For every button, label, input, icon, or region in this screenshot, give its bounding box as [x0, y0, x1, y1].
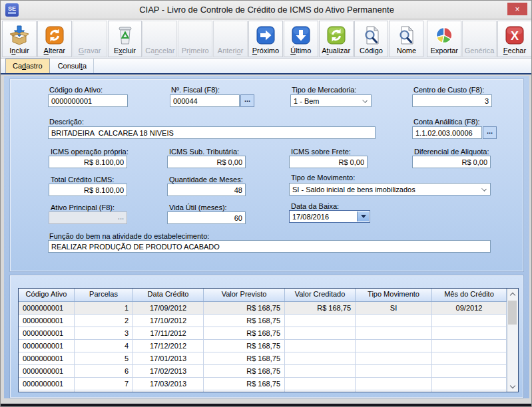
- grid-column-header[interactable]: Tipo Movimento: [356, 289, 432, 301]
- grid-column-header[interactable]: Parcelas: [75, 289, 133, 301]
- grid-cell: 4: [75, 340, 133, 352]
- tipo-mercadoria-label: Tipo de Mercadoria:: [292, 86, 356, 94]
- tipo-mercadoria-select[interactable]: 1 - Bem: [290, 94, 372, 107]
- toolbar-button-proximo[interactable]: Próximo: [248, 21, 283, 57]
- grid-cell: R$ 168,75: [204, 365, 285, 377]
- qtd-meses-input[interactable]: [167, 184, 246, 196]
- grid-cell: R$ 168,75: [204, 327, 285, 339]
- title-bar: SE CIAP - Livro de Controle de Crédito d…: [1, 1, 532, 19]
- descricao-input[interactable]: [48, 126, 376, 139]
- toolbar-button-gravar: Gravar: [73, 21, 107, 57]
- toolbar-button-label: Alterar: [44, 47, 65, 55]
- toolbar-button-label: Anterior: [218, 47, 244, 55]
- toolbar-button-exportar[interactable]: Exportar: [427, 21, 461, 57]
- grid-cell: [285, 365, 356, 377]
- toolbar-button-ultimo[interactable]: Último: [284, 21, 318, 57]
- centro-custo-input[interactable]: [412, 94, 492, 107]
- tab-cadastro[interactable]: Cadastro: [5, 59, 50, 73]
- dif-aliquota-label: Diferencial de Aliquota:: [414, 148, 489, 156]
- grid-cell: [285, 352, 356, 364]
- tipo-movimento-select[interactable]: SI - Saldo inicial de bens imobilizados: [289, 183, 491, 196]
- scroll-down-arrow-icon[interactable]: [507, 381, 518, 392]
- grid-row[interactable]: 0000000001617/02/2013R$ 168,75: [19, 365, 507, 378]
- grid-cell: 17/02/2013: [133, 365, 204, 377]
- scroll-up-arrow-icon[interactable]: [507, 289, 518, 299]
- toolbar-button-label: Atualizar: [322, 47, 350, 55]
- scrollbar-thumb[interactable]: [508, 301, 517, 325]
- grid-row[interactable]: 0000000001817/04/2013R$ 168,75: [19, 390, 507, 392]
- data-baixa-picker[interactable]: 17/08/2016: [289, 210, 370, 223]
- num-fiscal-browse-button[interactable]: ...: [240, 94, 254, 107]
- toolbar-button-codigo[interactable]: Código: [354, 21, 389, 57]
- grid-cell: [432, 378, 507, 390]
- toolbar-button-incluir[interactable]: Incluir: [2, 21, 37, 57]
- dif-aliquota-input[interactable]: [412, 156, 491, 168]
- tipo-mercadoria-value: 1 - Bem: [294, 97, 320, 105]
- grid-column-header[interactable]: Valor Previsto: [204, 289, 285, 301]
- codigo-ativo-input[interactable]: [48, 94, 128, 107]
- toolbar-button-excluir[interactable]: Excluir: [108, 21, 142, 57]
- toolbar-button-label: Incluir: [9, 47, 29, 55]
- grid-groupbox: Código AtivoParcelasData CréditoValor Pr…: [10, 275, 523, 398]
- arrow-down-blue-icon: [290, 24, 312, 47]
- grid-cell: SI: [356, 302, 432, 314]
- grid-cell: 2: [75, 315, 133, 327]
- icms-st-input[interactable]: [167, 156, 246, 168]
- icms-op-input[interactable]: [49, 156, 127, 168]
- credit-grid: Código AtivoParcelasData CréditoValor Pr…: [18, 288, 519, 392]
- toolbar-button-label: Nome: [397, 47, 416, 55]
- toolbar-button-anterior: Anterior: [213, 21, 248, 57]
- icms-st-label: ICMS Sub. Tributária:: [169, 148, 239, 156]
- toolbar-button-nome[interactable]: Nome: [389, 21, 423, 57]
- icms-frete-label: ICMS sobre Frete:: [291, 148, 351, 156]
- toolbar-button-alterar[interactable]: Alterar: [37, 21, 72, 57]
- grid-column-header[interactable]: Código Ativo: [19, 289, 75, 301]
- grid-cell: 09/2012: [432, 302, 507, 314]
- grid-cell: [356, 390, 432, 392]
- grid-row[interactable]: 0000000001517/01/2013R$ 168,75: [19, 352, 507, 365]
- grid-cell: [356, 365, 432, 377]
- vertical-scrollbar[interactable]: [507, 289, 518, 392]
- grid-row[interactable]: 0000000001217/10/2012R$ 168,75: [19, 315, 507, 327]
- grid-cell: [285, 378, 356, 390]
- grid-cell: 5: [75, 352, 133, 364]
- close-button[interactable]: ×: [507, 3, 527, 15]
- vida-util-input[interactable]: [167, 211, 246, 224]
- grid-column-header[interactable]: Data Crédito: [133, 289, 204, 301]
- grid-cell: 0000000001: [19, 390, 75, 392]
- grid-cell: 17/03/2013: [133, 378, 204, 390]
- total-credito-input[interactable]: [49, 184, 127, 196]
- chevron-down-icon: [481, 186, 487, 192]
- ellipsis-icon: ...: [487, 129, 493, 133]
- page-cadastro: Código do Ativo: Nº. Fiscal (F8): ... Ti…: [4, 76, 529, 398]
- grid-cell: [432, 390, 507, 392]
- grid-row[interactable]: 0000000001717/03/2013R$ 168,75: [19, 378, 507, 390]
- ativo-principal-input: ...: [49, 211, 127, 224]
- grid-row[interactable]: 0000000001117/09/2012R$ 168,75R$ 168,75S…: [19, 302, 507, 315]
- calendar-dropdown-button[interactable]: [357, 211, 369, 221]
- app-window: SE CIAP - Livro de Controle de Crédito d…: [0, 0, 532, 407]
- num-fiscal-input[interactable]: [170, 94, 240, 107]
- centro-custo-label: Centro de Custo (F8):: [413, 86, 484, 94]
- toolbar-button-atualizar[interactable]: Atualizar: [319, 21, 354, 57]
- grid-cell: [432, 327, 507, 339]
- triangle-down-icon: [361, 215, 366, 218]
- grid-cell: 6: [75, 365, 133, 377]
- qtd-meses-label: Quantidade de Meses:: [169, 176, 243, 184]
- icms-frete-input[interactable]: [289, 156, 368, 168]
- conta-analitica-input[interactable]: [412, 126, 482, 139]
- data-baixa-label: Data da Baixa:: [291, 202, 339, 210]
- grid-column-header[interactable]: Mês do Crédito: [432, 289, 507, 301]
- grid-cell: [432, 315, 507, 327]
- grid-cell: 0000000001: [19, 365, 75, 377]
- window-bottom-edge: [1, 404, 532, 407]
- grid-column-header[interactable]: Valor Creditado: [285, 289, 356, 301]
- funcao-bem-input[interactable]: [48, 240, 491, 253]
- tab-consulta[interactable]: Consulta: [51, 59, 94, 73]
- window-title: CIAP - Livro de Controle de Crédito de I…: [1, 5, 532, 15]
- grid-row[interactable]: 0000000001417/12/2012R$ 168,75: [19, 340, 507, 352]
- conta-analitica-label: Conta Análitica (F8):: [413, 118, 480, 126]
- toolbar-button-fechar[interactable]: XFechar: [497, 21, 532, 57]
- grid-row[interactable]: 0000000001317/11/2012R$ 168,75: [19, 327, 507, 340]
- conta-analitica-browse-button[interactable]: ...: [483, 126, 497, 139]
